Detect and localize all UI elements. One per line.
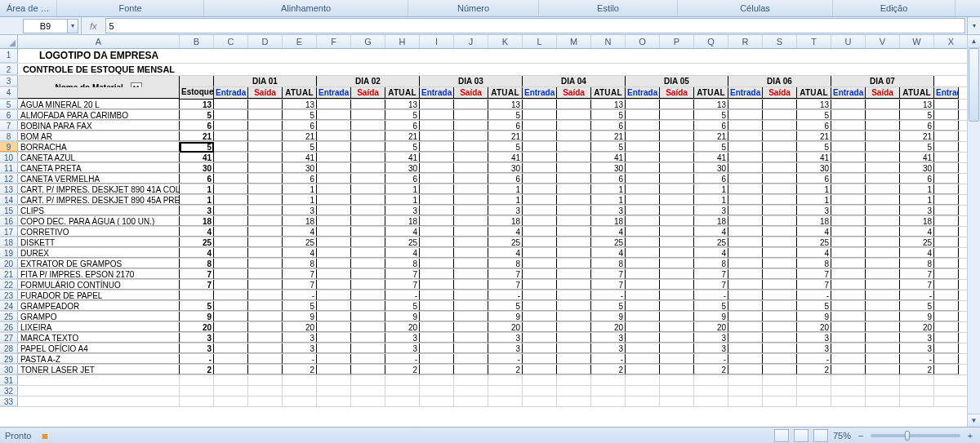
entrada-cell[interactable] — [728, 365, 763, 374]
material-name[interactable]: ALMOFADA PARA CARIMBO — [18, 110, 180, 120]
saida-cell[interactable] — [351, 322, 385, 332]
entrada-cell[interactable] — [523, 333, 557, 343]
estoque-inicial[interactable]: 6 — [180, 121, 214, 131]
atual-cell[interactable]: 8 — [385, 259, 420, 268]
saida-cell[interactable] — [248, 163, 283, 173]
atual-cell[interactable]: 41 — [694, 153, 728, 162]
saida-cell[interactable] — [351, 280, 385, 290]
saida-cell[interactable] — [866, 121, 900, 131]
col-header[interactable]: E — [283, 35, 317, 48]
entrada-cell[interactable] — [728, 227, 763, 237]
zoom-in-button[interactable]: + — [965, 431, 975, 441]
entrada-cell[interactable] — [626, 280, 660, 290]
entrada-cell-cut[interactable] — [934, 354, 959, 364]
entrada-cell-cut[interactable] — [934, 259, 959, 268]
saida-cell[interactable] — [557, 227, 591, 237]
saida-cell[interactable] — [557, 269, 591, 279]
saida-cell[interactable] — [660, 248, 694, 258]
atual-cell[interactable]: 30 — [283, 163, 317, 173]
name-box-dropdown[interactable]: ▾ — [68, 19, 78, 33]
atual-cell[interactable]: 1 — [591, 184, 626, 194]
estoque-inicial[interactable]: 9 — [180, 312, 214, 321]
estoque-inicial[interactable]: 4 — [180, 227, 214, 237]
atual-cell[interactable]: 41 — [283, 153, 317, 162]
saida-cell[interactable] — [763, 322, 797, 332]
atual-cell[interactable]: 7 — [694, 280, 728, 290]
entrada-cell[interactable] — [214, 354, 248, 364]
estoque-inicial[interactable]: 3 — [180, 333, 214, 343]
atual-cell[interactable]: 5 — [591, 142, 626, 152]
entrada-cell[interactable] — [523, 280, 557, 290]
table-row[interactable]: 24GRAMPEADOR55555555 — [0, 301, 980, 312]
atual-cell[interactable]: 21 — [385, 131, 420, 141]
entrada-cell[interactable] — [317, 216, 351, 226]
scroll-up-button[interactable]: ▲ — [968, 35, 980, 48]
saida-cell[interactable] — [866, 259, 900, 268]
saida-cell[interactable] — [763, 354, 797, 364]
entrada-cell[interactable] — [728, 322, 763, 332]
row-header[interactable]: 2 — [0, 64, 18, 75]
row-header[interactable]: 32 — [0, 386, 18, 396]
entrada-cell[interactable] — [626, 301, 660, 311]
saida-cell[interactable] — [454, 100, 488, 109]
atual-cell[interactable]: - — [283, 290, 317, 300]
saida-cell[interactable] — [248, 184, 283, 194]
entrada-cell[interactable] — [728, 259, 763, 268]
entrada-cell[interactable] — [626, 110, 660, 120]
saida-cell[interactable] — [557, 322, 591, 332]
col-header[interactable]: X — [934, 35, 969, 48]
saida-cell[interactable] — [660, 100, 694, 109]
atual-cell[interactable]: 8 — [694, 259, 728, 268]
atual-cell[interactable]: 4 — [591, 248, 626, 258]
entrada-cell[interactable] — [626, 290, 660, 300]
saida-cell[interactable] — [763, 237, 797, 247]
material-name[interactable]: CART. P/ IMPRES. DESKJET 890 45A PRETO — [18, 195, 180, 205]
material-name[interactable]: MARCA TEXTO — [18, 333, 180, 343]
col-header[interactable]: S — [763, 35, 797, 48]
entrada-cell-cut[interactable] — [934, 121, 959, 131]
saida-cell[interactable] — [763, 153, 797, 162]
entrada-cell[interactable] — [728, 121, 763, 131]
entrada-cell[interactable] — [420, 110, 454, 120]
atual-cell[interactable]: 8 — [283, 259, 317, 268]
col-header[interactable]: J — [454, 35, 488, 48]
material-name[interactable]: GRAMPEADOR — [18, 301, 180, 311]
col-header[interactable]: Q — [694, 35, 728, 48]
entrada-cell[interactable] — [728, 163, 763, 173]
entrada-cell[interactable] — [728, 343, 763, 353]
table-row[interactable]: 27MARCA TEXTO33333333 — [0, 333, 980, 343]
row-header[interactable]: 26 — [0, 322, 18, 332]
atual-cell[interactable]: 1 — [488, 195, 523, 205]
saida-cell[interactable] — [248, 131, 283, 141]
entrada-cell-cut[interactable] — [934, 206, 959, 215]
saida-cell[interactable] — [454, 322, 488, 332]
table-row[interactable]: 7BOBINA PARA FAX66666666 — [0, 121, 980, 131]
material-name[interactable]: BOBINA PARA FAX — [18, 121, 180, 131]
atual-cell[interactable]: 13 — [694, 100, 728, 109]
saida-cell[interactable] — [866, 216, 900, 226]
col-header[interactable]: K — [488, 35, 523, 48]
ribbon-group-alignment[interactable]: Alinhamento — [281, 3, 331, 13]
atual-cell[interactable]: - — [797, 354, 831, 364]
atual-cell[interactable]: 8 — [900, 259, 934, 268]
saida-cell[interactable] — [763, 280, 797, 290]
atual-cell[interactable]: 25 — [591, 237, 626, 247]
entrada-cell[interactable] — [214, 301, 248, 311]
atual-cell[interactable]: 13 — [283, 100, 317, 109]
saida-cell[interactable] — [866, 333, 900, 343]
saida-cell[interactable] — [557, 312, 591, 321]
estoque-inicial[interactable]: - — [180, 354, 214, 364]
entrada-cell[interactable] — [420, 312, 454, 321]
estoque-inicial[interactable]: 7 — [180, 280, 214, 290]
entrada-cell[interactable] — [317, 121, 351, 131]
entrada-cell[interactable] — [420, 174, 454, 184]
atual-cell[interactable]: 5 — [694, 301, 728, 311]
entrada-cell[interactable] — [317, 153, 351, 162]
estoque-inicial[interactable]: 1 — [180, 184, 214, 194]
entrada-cell[interactable] — [831, 174, 866, 184]
atual-cell[interactable]: 41 — [797, 153, 831, 162]
saida-cell[interactable] — [557, 153, 591, 162]
saida-cell[interactable] — [248, 322, 283, 332]
atual-cell[interactable]: 5 — [900, 301, 934, 311]
saida-cell[interactable] — [351, 131, 385, 141]
